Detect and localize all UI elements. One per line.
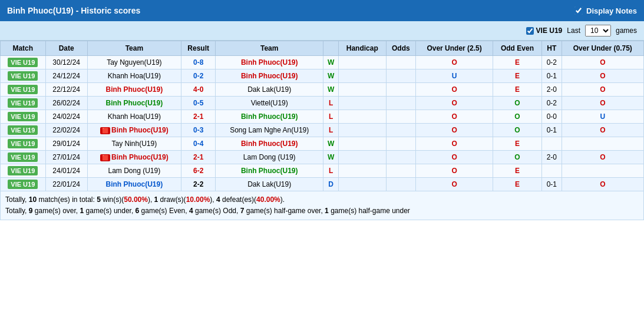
- cell-match: VIE U19: [1, 97, 46, 110]
- cell-team2: Viettel(U19): [216, 97, 323, 110]
- cell-ht: 0-0: [541, 110, 562, 124]
- cell-wdl: W: [323, 56, 339, 69]
- cell-odd-even: E: [493, 56, 541, 69]
- cell-odd-even: E: [493, 178, 541, 191]
- cell-odd-even: O: [493, 97, 541, 110]
- table-row: VIE U1927/01/24🟥Binh Phuoc(U19)2-1Lam Do…: [1, 151, 644, 164]
- col-handicap: Handicap: [339, 41, 386, 56]
- page-title: Binh Phuoc(U19) - Historic scores: [7, 6, 140, 15]
- cell-handicap: [339, 151, 386, 164]
- cell-over-under2: O: [562, 56, 643, 69]
- table-row: VIE U1924/02/24Khanh Hoa(U19)2-1Binh Phu…: [1, 110, 644, 124]
- col-result: Result: [181, 41, 215, 56]
- display-notes-label: Display Notes: [586, 6, 637, 15]
- cell-team1: Binh Phuoc(U19): [87, 178, 181, 191]
- cell-odd-even: E: [493, 137, 541, 151]
- cell-result: 0-3: [181, 124, 215, 137]
- cell-wdl: W: [323, 69, 339, 83]
- cell-date: 30/12/24: [45, 56, 87, 69]
- col-team2: Team: [216, 41, 323, 56]
- cell-result: 2-2: [181, 178, 215, 191]
- cell-odds: [386, 137, 416, 151]
- cell-over-under2: O: [562, 83, 643, 97]
- cell-result: 6-2: [181, 164, 215, 178]
- cell-wdl: W: [323, 83, 339, 97]
- cell-team2: Binh Phuoc(U19): [216, 69, 323, 83]
- cell-date: 29/01/24: [45, 137, 87, 151]
- cell-match: VIE U19: [1, 137, 46, 151]
- cell-wdl: L: [323, 110, 339, 124]
- cell-result: 2-1: [181, 151, 215, 164]
- cell-date: 22/12/24: [45, 83, 87, 97]
- cell-team2: Binh Phuoc(U19): [216, 56, 323, 69]
- cell-match: VIE U19: [1, 83, 46, 97]
- cell-team2: Lam Dong (U19): [216, 151, 323, 164]
- cell-odds: [386, 83, 416, 97]
- cell-ht: 0-1: [541, 178, 562, 191]
- cell-wdl: L: [323, 97, 339, 110]
- cell-over-under: O: [416, 56, 493, 69]
- cell-date: 26/02/24: [45, 97, 87, 110]
- table-row: VIE U1930/12/24Tay Nguyen(U19)0-8Binh Ph…: [1, 56, 644, 69]
- cell-over-under2: O: [562, 69, 643, 83]
- col-ht: HT: [541, 41, 562, 56]
- cell-team2: Dak Lak(U19): [216, 83, 323, 97]
- cell-ht: 2-0: [541, 83, 562, 97]
- cell-over-under: O: [416, 151, 493, 164]
- cell-over-under: O: [416, 164, 493, 178]
- cell-date: 27/01/24: [45, 151, 87, 164]
- cell-odd-even: E: [493, 69, 541, 83]
- cell-ht: 0-2: [541, 97, 562, 110]
- cell-match: VIE U19: [1, 164, 46, 178]
- cell-ht: 0-1: [541, 69, 562, 83]
- league-filter: VIE U19: [526, 26, 563, 35]
- cell-odds: [386, 164, 416, 178]
- display-notes-checkbox[interactable]: [574, 6, 583, 15]
- cell-team2: Binh Phuoc(U19): [216, 137, 323, 151]
- cell-over-under2: O: [562, 151, 643, 164]
- filter-bar: VIE U19 Last 5 10 15 20 games: [0, 21, 644, 41]
- col-odds: Odds: [386, 41, 416, 56]
- cell-team2: Dak Lak(U19): [216, 178, 323, 191]
- col-over-under: Over Under (2.5): [416, 41, 493, 56]
- cell-team2: Song Lam Nghe An(U19): [216, 124, 323, 137]
- cell-odd-even: O: [493, 151, 541, 164]
- cell-odds: [386, 151, 416, 164]
- cell-over-under: O: [416, 124, 493, 137]
- cell-team2: Binh Phuoc(U19): [216, 164, 323, 178]
- cell-handicap: [339, 69, 386, 83]
- footer-line1: Totally, 10 match(es) in total: 5 win(s)…: [5, 194, 639, 205]
- cell-odd-even: O: [493, 124, 541, 137]
- cell-odds: [386, 124, 416, 137]
- cell-match: VIE U19: [1, 124, 46, 137]
- cell-team1: 🟥Binh Phuoc(U19): [87, 151, 181, 164]
- cell-team1: Lam Dong (U19): [87, 164, 181, 178]
- cell-result: 0-5: [181, 97, 215, 110]
- cell-result: 2-1: [181, 110, 215, 124]
- cell-over-under: O: [416, 97, 493, 110]
- games-select[interactable]: 5 10 15 20: [585, 25, 611, 37]
- cell-team1: Khanh Hoa(U19): [87, 110, 181, 124]
- col-match: Match: [1, 41, 46, 56]
- cell-over-under: U: [416, 69, 493, 83]
- cell-result: 0-2: [181, 69, 215, 83]
- col-over-under2: Over Under (0.75): [562, 41, 643, 56]
- cell-team1: Khanh Hoa(U19): [87, 69, 181, 83]
- cell-handicap: [339, 110, 386, 124]
- cell-match: VIE U19: [1, 151, 46, 164]
- cell-result: 0-8: [181, 56, 215, 69]
- cell-odds: [386, 69, 416, 83]
- cell-date: 24/12/24: [45, 69, 87, 83]
- league-checkbox[interactable]: [526, 27, 534, 35]
- cell-team1: Binh Phuoc(U19): [87, 83, 181, 97]
- cell-ht: [541, 164, 562, 178]
- cell-result: 4-0: [181, 83, 215, 97]
- cell-wdl: W: [323, 137, 339, 151]
- cell-ht: 2-0: [541, 151, 562, 164]
- cell-date: 24/02/24: [45, 110, 87, 124]
- cell-handicap: [339, 178, 386, 191]
- cell-over-under2: O: [562, 178, 643, 191]
- cell-over-under2: O: [562, 97, 643, 110]
- cell-over-under2: [562, 164, 643, 178]
- col-date: Date: [45, 41, 87, 56]
